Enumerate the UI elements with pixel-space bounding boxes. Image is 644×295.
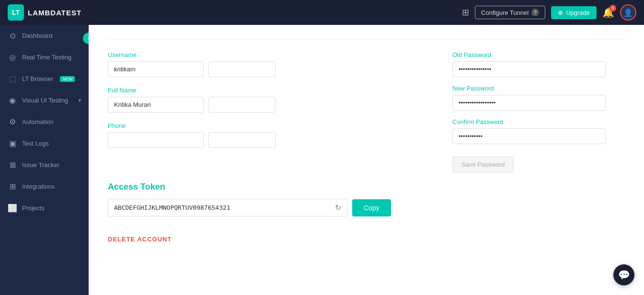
token-row: ABCDEFGHIJKLMNOPQRTUV0987654321 ↻ Copy — [108, 199, 625, 216]
automation-icon: ⚙ — [8, 117, 17, 126]
real-time-testing-icon: ◎ — [8, 53, 17, 62]
sidebar-item-real-time-testing[interactable]: ◎ Real Time Testing — [0, 46, 89, 68]
sidebar-item-automation[interactable]: ⚙ Automation — [0, 111, 89, 133]
old-password-label: Old Password — [452, 51, 625, 58]
fullname-label: Full Name — [108, 87, 424, 94]
old-password-group: Old Password — [452, 51, 625, 77]
sidebar-item-lt-browser[interactable]: ⬚ LT Browser NEW — [0, 68, 89, 90]
upgrade-icon: ⊕ — [558, 9, 563, 16]
sidebar-item-label: Test Logs — [22, 140, 49, 147]
old-password-input[interactable] — [452, 61, 606, 77]
delete-account-link[interactable]: DELETE ACCOUNT — [108, 236, 625, 243]
notification-bell[interactable]: 🔔 5 — [602, 7, 614, 18]
upgrade-button[interactable]: ⊕ Upgrade — [551, 6, 597, 19]
new-password-input[interactable] — [452, 95, 606, 111]
confirm-password-input[interactable] — [452, 128, 606, 144]
password-right-col: Old Password New Password Confirm Passwo… — [452, 51, 625, 172]
sidebar-item-label: Visual UI Testing — [22, 97, 68, 104]
phone-extra-input[interactable] — [208, 132, 276, 148]
sidebar-item-label: Dashboard — [22, 32, 53, 39]
sidebar-item-visual-ui-testing[interactable]: ◉ Visual UI Testing ▾ — [0, 90, 89, 111]
profile-left-col: Username Full Name — [108, 51, 424, 172]
notification-badge: 5 — [610, 5, 616, 11]
save-password-button[interactable]: Save Password — [452, 157, 514, 172]
confirm-password-group: Confirm Password — [452, 118, 625, 144]
copy-button[interactable]: Copy — [352, 199, 391, 216]
lt-browser-icon: ⬚ — [8, 74, 17, 83]
test-logs-icon: ▣ — [8, 139, 17, 148]
refresh-icon[interactable]: ↻ — [335, 203, 341, 212]
access-token-title: Access Token — [108, 182, 625, 192]
username-extra-input[interactable] — [208, 61, 276, 77]
phone-input[interactable] — [108, 132, 204, 148]
confirm-password-label: Confirm Password — [452, 118, 625, 125]
logo-icon: LT — [8, 4, 24, 21]
dashboard-icon: ⊙ — [8, 31, 17, 40]
sidebar-item-label: LT Browser — [22, 75, 53, 82]
username-group: Username — [108, 51, 424, 77]
topnav: LT LAMBDATEST ⊞ Configure Tunnel ? ⊕ Upg… — [0, 0, 644, 25]
visual-ui-testing-icon: ◉ — [8, 96, 17, 105]
phone-row: Phone — [108, 122, 424, 148]
fullname-input[interactable] — [108, 97, 204, 113]
token-value: ABCDEFGHIJKLMNOPQRTUV0987654321 — [114, 204, 331, 211]
sidebar-item-label: Integrations — [22, 183, 55, 190]
sidebar-item-issue-tracker[interactable]: ⊠ Issue Tracker — [0, 154, 89, 176]
chat-widget[interactable]: 💬 — [613, 264, 634, 285]
issue-tracker-icon: ⊠ — [8, 160, 17, 170]
token-input-wrapper: ABCDEFGHIJKLMNOPQRTUV0987654321 ↻ — [108, 199, 347, 216]
fullname-group: Full Name — [108, 87, 424, 113]
username-label: Username — [108, 51, 424, 58]
integrations-icon: ⊞ — [8, 182, 17, 191]
new-badge: NEW — [60, 76, 75, 82]
divider — [108, 39, 625, 40]
new-password-label: New Password — [452, 85, 625, 92]
sidebar-item-projects[interactable]: ⬜ Projects — [0, 197, 89, 219]
logo-text: LAMBDATEST — [28, 9, 81, 17]
help-icon: ? — [531, 9, 539, 16]
layout: ‹ ⊙ Dashboard ◎ Real Time Testing ⬚ LT B… — [0, 25, 644, 295]
sidebar-item-test-logs[interactable]: ▣ Test Logs — [0, 133, 89, 154]
chat-icon: 💬 — [618, 269, 630, 281]
sidebar-item-label: Automation — [22, 118, 54, 125]
phone-label: Phone — [108, 122, 424, 129]
topnav-right: ⊞ Configure Tunnel ? ⊕ Upgrade 🔔 5 👤 — [462, 4, 636, 21]
sidebar: ‹ ⊙ Dashboard ◎ Real Time Testing ⬚ LT B… — [0, 25, 89, 295]
phone-group: Phone — [108, 122, 424, 148]
grid-icon[interactable]: ⊞ — [462, 7, 469, 18]
configure-tunnel-button[interactable]: Configure Tunnel ? — [475, 6, 545, 19]
fullname-extra-input[interactable] — [208, 97, 276, 113]
sidebar-item-label: Real Time Testing — [22, 54, 71, 61]
main-content: Username Full Name — [89, 25, 644, 295]
sidebar-item-label: Issue Tracker — [22, 161, 59, 169]
topnav-left: LT LAMBDATEST — [8, 4, 81, 21]
sidebar-item-dashboard[interactable]: ⊙ Dashboard — [0, 25, 89, 46]
sidebar-item-integrations[interactable]: ⊞ Integrations — [0, 176, 89, 197]
profile-form-section: Username Full Name — [108, 51, 625, 172]
new-password-group: New Password — [452, 85, 625, 111]
user-avatar-button[interactable]: 👤 — [620, 4, 636, 21]
username-row: Username — [108, 51, 424, 77]
user-icon: 👤 — [623, 8, 633, 17]
access-token-section: Access Token ABCDEFGHIJKLMNOPQRTUV098765… — [108, 182, 625, 216]
projects-icon: ⬜ — [8, 204, 17, 213]
chevron-down-icon: ▾ — [79, 98, 81, 103]
username-input[interactable] — [108, 61, 204, 77]
sidebar-item-label: Projects — [22, 204, 45, 212]
fullname-row: Full Name — [108, 87, 424, 113]
